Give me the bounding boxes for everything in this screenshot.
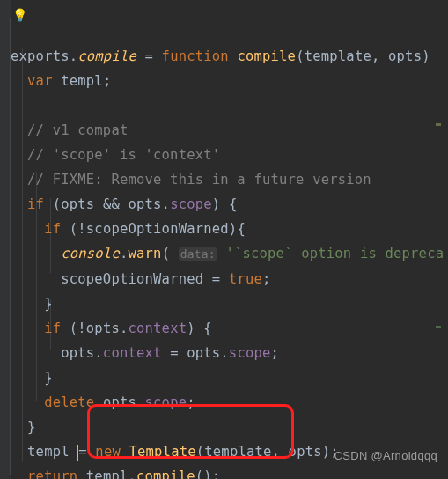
code-line: console.warn( data: '`scope` option is d… [11,246,444,262]
code-line: if (!scopeOptionWarned){ [11,221,246,237]
code-line: exports.compile = function compile(templ… [11,48,430,64]
code-line: templ = new Template(template, opts); [11,444,339,460]
code-line: var templ; [11,73,111,89]
code-line: return templ.compile(); [11,468,220,479]
warning-mark-icon[interactable] [436,123,441,126]
intention-bulb-icon[interactable]: 💡 [12,3,27,27]
code-line: scopeOptionWarned = true; [11,271,271,287]
code-line: opts.context = opts.scope; [11,345,279,361]
watermark-text: CSDN @Arnoldqqq [334,444,437,468]
code-line: if (opts && opts.scope) { [11,196,237,212]
code-line: } [11,419,36,435]
error-stripe[interactable] [439,0,441,479]
code-line: // FIXME: Remove this in a future versio… [11,172,371,188]
code-line: delete opts.scope; [11,394,195,410]
param-hint: data: [179,247,217,261]
info-mark-icon[interactable] [436,326,441,328]
code-line: // v1 compat [11,122,128,138]
code-line: } [11,370,53,386]
code-line: } [11,296,53,312]
code-editor-content[interactable]: exports.compile = function compile(templ… [11,19,444,479]
code-line: if (!opts.context) { [11,321,212,336]
code-line: // 'scope' is 'context' [11,147,220,163]
